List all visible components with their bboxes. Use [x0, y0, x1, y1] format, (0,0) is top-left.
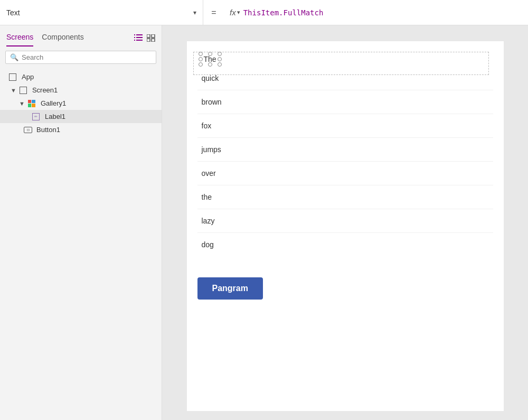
search-input[interactable] — [22, 53, 152, 61]
equals-sign: = — [203, 8, 224, 17]
gallery-item[interactable]: lazy — [197, 209, 493, 233]
search-icon: 🔍 — [10, 53, 18, 61]
gallery-item[interactable]: quick — [197, 67, 493, 90]
tree-item-app[interactable]: App — [0, 70, 162, 83]
tree-item-label1[interactable]: ✏ Label1 — [0, 110, 162, 123]
handle-tm[interactable] — [208, 52, 212, 56]
canvas-frame: The quick brown fox j — [187, 41, 504, 411]
list-view-icon[interactable] — [134, 34, 143, 42]
tab-icons — [134, 34, 155, 42]
handle-ml[interactable] — [199, 57, 203, 61]
formula-text: ThisItem.FullMatch — [243, 8, 324, 17]
gallery-item[interactable]: over — [197, 162, 493, 185]
search-bar: 🔍 — [5, 51, 156, 64]
chevron-icon — [4, 74, 6, 80]
gallery-item[interactable]: jumps — [197, 138, 493, 162]
svg-rect-6 — [147, 34, 150, 38]
canvas-area: The quick brown fox j — [162, 25, 528, 420]
tab-screens[interactable]: Screens — [6, 30, 33, 46]
svg-rect-8 — [147, 39, 150, 42]
handle-bl[interactable] — [199, 62, 203, 67]
label-with-handles: The — [202, 55, 219, 63]
chevron-icon: ▼ — [11, 87, 16, 94]
tabs-bar: Screens Components — [0, 25, 162, 46]
fx-button[interactable]: fx ▾ — [230, 8, 240, 17]
tree-item-button1[interactable]: ⊡ Button1 — [0, 123, 162, 136]
formula-bar: fx ▾ ThisItem.FullMatch — [224, 0, 528, 25]
chevron-spacer — [19, 127, 21, 133]
svg-rect-9 — [152, 39, 155, 42]
gallery-first-item[interactable]: The — [197, 52, 493, 67]
svg-rect-5 — [136, 40, 143, 41]
handle-bm[interactable] — [208, 62, 212, 67]
button-container: Pangram — [197, 267, 493, 300]
tree-item-gallery1[interactable]: ▼ Gallery1 — [0, 97, 162, 110]
button-tree-icon: ⊡ — [24, 127, 32, 133]
gallery-item[interactable]: brown — [197, 90, 493, 114]
dropdown-arrow-icon: ▾ — [193, 9, 196, 16]
handle-mr[interactable] — [218, 57, 222, 61]
handle-tr[interactable] — [218, 52, 222, 56]
tree-view: App ▼ Screen1 ▼ Gallery1 ✏ — [0, 68, 162, 420]
tree-item-screen1[interactable]: ▼ Screen1 — [0, 83, 162, 97]
svg-rect-7 — [152, 34, 155, 38]
property-dropdown[interactable]: Text ▾ — [0, 0, 203, 25]
grid-view-icon[interactable] — [147, 34, 155, 42]
app-icon — [9, 73, 16, 81]
svg-rect-0 — [134, 34, 135, 35]
property-name: Text — [6, 8, 189, 17]
pangram-button[interactable]: Pangram — [197, 277, 263, 300]
gallery-item[interactable]: the — [197, 185, 493, 209]
svg-rect-4 — [134, 40, 135, 41]
handle-tl[interactable] — [199, 52, 203, 56]
svg-rect-3 — [136, 37, 143, 38]
gallery-item[interactable]: fox — [197, 114, 493, 138]
left-panel: Screens Components — [0, 25, 162, 420]
gallery-item[interactable]: dog — [197, 233, 493, 256]
top-bar: Text ▾ = fx ▾ ThisItem.FullMatch — [0, 0, 528, 25]
fx-label: fx — [230, 8, 236, 17]
svg-rect-2 — [134, 37, 135, 38]
fx-dropdown-arrow-icon: ▾ — [237, 9, 240, 16]
svg-rect-1 — [136, 34, 143, 35]
label-icon: ✏ — [32, 113, 40, 120]
screen-icon — [20, 87, 27, 94]
chevron-icon: ▼ — [19, 100, 25, 107]
main-area: Screens Components — [0, 25, 528, 420]
gallery-icon — [28, 100, 35, 107]
handle-br[interactable] — [218, 62, 222, 67]
tab-components[interactable]: Components — [42, 30, 83, 46]
gallery-widget[interactable]: The quick brown fox j — [197, 52, 493, 256]
chevron-spacer — [27, 114, 29, 120]
